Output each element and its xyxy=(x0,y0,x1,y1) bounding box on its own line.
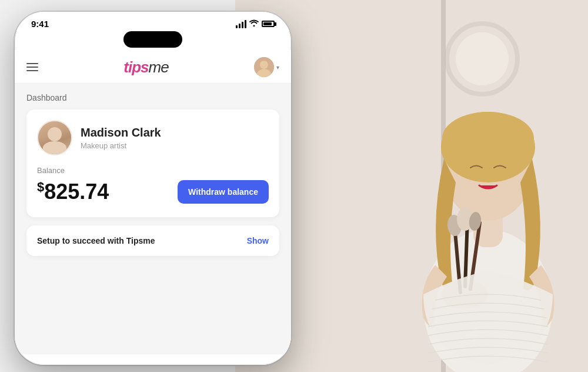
balance-label: Balance xyxy=(37,166,269,175)
withdraw-balance-button[interactable]: Withdraw balance xyxy=(178,180,269,204)
dynamic-island xyxy=(123,31,182,48)
balance-amount: $825.74 xyxy=(37,180,109,204)
hamburger-menu-button[interactable] xyxy=(26,63,38,71)
section-label: Dashboard xyxy=(26,93,279,102)
battery-icon xyxy=(262,21,275,27)
signal-icon xyxy=(236,20,246,28)
balance-value: 825.74 xyxy=(44,180,109,204)
profile-row: Madison Clark Makeup artist xyxy=(37,120,269,155)
profile-role: Makeup artist xyxy=(81,141,161,150)
profile-info: Madison Clark Makeup artist xyxy=(81,125,161,150)
profile-avatar xyxy=(37,120,72,155)
logo-me: me xyxy=(149,58,169,76)
profile-name: Madison Clark xyxy=(81,125,161,140)
app-content: Dashboard Madison Clark Makeup artist Ba… xyxy=(15,84,291,354)
setup-text: Setup to succeed with Tipsme xyxy=(37,236,155,245)
logo-tips: tips xyxy=(123,58,148,76)
svg-point-8 xyxy=(442,112,534,165)
chevron-down-icon: ▾ xyxy=(276,64,279,71)
wifi-icon xyxy=(249,19,259,28)
profile-avatar-image xyxy=(38,121,71,154)
header-avatar-button[interactable]: ▾ xyxy=(254,57,279,77)
app-logo: tipsme xyxy=(123,58,168,77)
balance-row: $825.74 Withdraw balance xyxy=(37,180,269,204)
status-time: 9:41 xyxy=(31,19,49,29)
status-bar: 9:41 xyxy=(15,12,291,31)
show-link[interactable]: Show xyxy=(247,236,269,245)
profile-card: Madison Clark Makeup artist Balance $825… xyxy=(26,109,279,217)
currency-symbol: $ xyxy=(37,180,44,194)
status-icons xyxy=(236,19,275,28)
svg-point-2 xyxy=(456,32,509,85)
setup-card: Setup to succeed with Tipsme Show xyxy=(26,225,279,256)
phone-device: 9:41 xyxy=(15,12,291,365)
svg-point-17 xyxy=(260,61,268,69)
app-header: tipsme ▾ xyxy=(15,50,291,84)
avatar xyxy=(254,57,274,77)
phone-screen: 9:41 xyxy=(15,12,291,365)
